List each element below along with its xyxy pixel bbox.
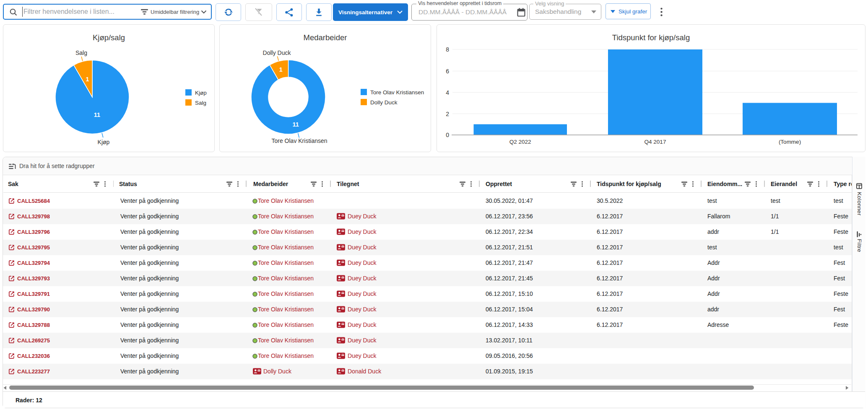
svg-text:Tore Olav Kristiansen: Tore Olav Kristiansen xyxy=(271,137,327,144)
svg-text:11: 11 xyxy=(292,121,299,128)
svg-text:Salg: Salg xyxy=(195,100,206,106)
svg-text:4: 4 xyxy=(446,89,449,96)
svg-text:11: 11 xyxy=(94,111,100,118)
svg-text:Q4 2017: Q4 2017 xyxy=(645,139,666,145)
svg-text:2: 2 xyxy=(446,111,449,117)
svg-text:1: 1 xyxy=(279,66,283,73)
svg-text:6: 6 xyxy=(446,68,449,75)
svg-text:8: 8 xyxy=(446,46,449,53)
svg-text:Kjøp: Kjøp xyxy=(98,139,110,145)
svg-text:Q2 2022: Q2 2022 xyxy=(509,139,531,145)
svg-text:Kjøp: Kjøp xyxy=(195,90,207,96)
svg-text:Salg: Salg xyxy=(75,49,87,56)
svg-text:(Tomme): (Tomme) xyxy=(779,139,801,145)
svg-text:Dolly Duck: Dolly Duck xyxy=(370,99,398,106)
svg-text:0: 0 xyxy=(446,132,449,138)
svg-text:Dolly Duck: Dolly Duck xyxy=(263,49,291,56)
svg-text:Tore Olav Kristiansen: Tore Olav Kristiansen xyxy=(370,89,424,96)
svg-text:1: 1 xyxy=(86,76,89,83)
